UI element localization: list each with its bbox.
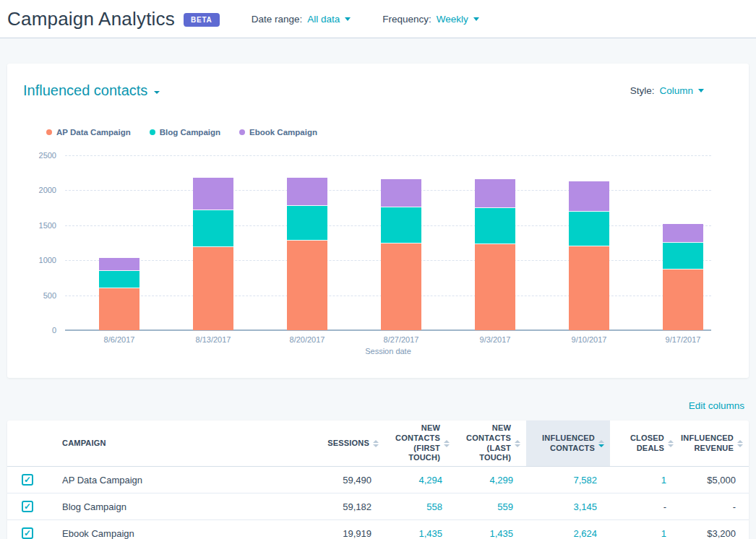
- influenced-contacts-link[interactable]: 3,145: [526, 493, 610, 520]
- date-range-value: All data: [307, 14, 340, 25]
- table-row: AP Data Campaign 59,490 4,294 4,299 7,58…: [7, 467, 749, 493]
- influenced-revenue-value: $5,000: [679, 467, 749, 493]
- new-contacts-last-touch-link[interactable]: 559: [455, 493, 526, 520]
- legend-dot-icon: [150, 129, 155, 135]
- new-contacts-first-touch-link[interactable]: 558: [385, 493, 455, 520]
- bar-segment-ap-data-campaign[interactable]: [193, 247, 233, 330]
- row-checkbox[interactable]: [22, 527, 33, 539]
- table-row: Ebook Campaign 19,919 1,435 1,435 2,624 …: [7, 520, 749, 539]
- bar-segment-ebook-campaign[interactable]: [287, 178, 327, 206]
- bar-segment-ap-data-campaign[interactable]: [287, 241, 327, 330]
- bar-segment-ebook-campaign[interactable]: [663, 224, 703, 243]
- column-label: SESSIONS: [327, 439, 369, 449]
- table-header-row: CAMPAIGN SESSIONS NEW CONTACTS (FIRST TO…: [7, 421, 749, 467]
- bar-segment-ap-data-campaign[interactable]: [475, 244, 515, 330]
- sort-icon: [515, 440, 520, 447]
- x-tick-label: 9/3/2017: [455, 335, 535, 344]
- beta-badge: BETA: [184, 13, 220, 27]
- influenced-contacts-link[interactable]: 2,624: [526, 520, 610, 539]
- chevron-down-icon: [154, 91, 160, 94]
- sessions-value: 59,182: [304, 493, 385, 520]
- style-dropdown[interactable]: Column: [659, 85, 704, 96]
- bar-segment-blog-campaign[interactable]: [193, 210, 233, 246]
- column-header-new-contacts-first-touch[interactable]: NEW CONTACTS (FIRST TOUCH): [385, 421, 455, 467]
- column-label: INFLUENCED CONTACTS: [540, 434, 595, 454]
- campaign-table: CAMPAIGN SESSIONS NEW CONTACTS (FIRST TO…: [7, 421, 749, 539]
- bar-segment-ap-data-campaign[interactable]: [99, 288, 139, 330]
- row-checkbox[interactable]: [22, 474, 33, 486]
- bar-segment-ebook-campaign[interactable]: [569, 181, 609, 212]
- row-checkbox[interactable]: [22, 501, 33, 512]
- x-tick-label: 8/27/2017: [361, 335, 441, 344]
- bar-segment-blog-campaign[interactable]: [569, 212, 609, 246]
- bar-segment-ap-data-campaign[interactable]: [381, 243, 421, 330]
- new-contacts-first-touch-link[interactable]: 4,294: [385, 467, 455, 493]
- legend-dot-icon: [239, 129, 245, 135]
- bar-segment-ebook-campaign[interactable]: [475, 179, 515, 208]
- bar-segment-blog-campaign[interactable]: [99, 271, 139, 288]
- chevron-down-icon: [698, 89, 704, 92]
- bar-segment-blog-campaign[interactable]: [663, 243, 703, 270]
- x-axis-title: Session date: [365, 347, 411, 355]
- column-label: CLOSED DEALS: [624, 434, 664, 454]
- influenced-revenue-value: $3,200: [679, 520, 749, 539]
- page-title: Campaign Analytics: [7, 8, 175, 30]
- closed-deals-link[interactable]: 1: [610, 520, 679, 539]
- header-checkbox-spacer: [7, 421, 48, 467]
- frequency-label: Frequency:: [382, 14, 431, 25]
- closed-deals-value: -: [610, 493, 679, 520]
- date-range-dropdown[interactable]: All data: [307, 14, 351, 25]
- column-header-new-contacts-last-touch[interactable]: NEW CONTACTS (LAST TOUCH): [455, 421, 526, 467]
- influenced-contacts-link[interactable]: 7,582: [526, 467, 610, 493]
- chart-card: Influenced contacts Style: Column AP Dat…: [7, 64, 749, 378]
- bar-segment-ap-data-campaign[interactable]: [663, 270, 703, 330]
- frequency-control: Frequency: Weekly: [382, 14, 479, 25]
- bar-segment-ebook-campaign[interactable]: [381, 179, 421, 207]
- y-tick-label: 2000: [23, 186, 56, 194]
- table-row: Blog Campaign 59,182 558 559 3,145 - -: [7, 493, 749, 520]
- chart-title: Influenced contacts: [23, 82, 147, 99]
- column-header-closed-deals[interactable]: CLOSED DEALS: [610, 421, 679, 467]
- y-tick-label: 1000: [23, 256, 56, 264]
- new-contacts-first-touch-link[interactable]: 1,435: [385, 520, 455, 539]
- x-tick-label: 8/20/2017: [267, 335, 347, 344]
- chart-plot: Session date 050010001500200025008/6/201…: [65, 155, 711, 330]
- sort-icon: [668, 440, 674, 447]
- legend-label: Blog Campaign: [160, 128, 220, 137]
- metric-selector-dropdown[interactable]: Influenced contacts: [23, 82, 160, 99]
- bar-segment-ap-data-campaign[interactable]: [569, 246, 609, 330]
- new-contacts-last-touch-link[interactable]: 4,299: [455, 467, 526, 493]
- campaign-table-card: CAMPAIGN SESSIONS NEW CONTACTS (FIRST TO…: [7, 421, 749, 539]
- bar-segment-ebook-campaign[interactable]: [193, 178, 233, 210]
- frequency-dropdown[interactable]: Weekly: [437, 14, 479, 25]
- style-control: Style: Column: [630, 85, 704, 96]
- y-tick-label: 1500: [23, 221, 56, 230]
- legend-item-ebook[interactable]: Ebook Campaign: [239, 128, 317, 137]
- column-label: INFLUENCED REVENUE: [681, 434, 734, 454]
- sessions-value: 59,490: [304, 467, 385, 493]
- y-tick-label: 2500: [23, 151, 56, 160]
- closed-deals-link[interactable]: 1: [610, 467, 679, 493]
- bar-segment-blog-campaign[interactable]: [381, 207, 421, 243]
- legend-item-blog[interactable]: Blog Campaign: [150, 128, 220, 137]
- sort-icon-active: [598, 440, 604, 447]
- column-label: NEW CONTACTS (FIRST TOUCH): [390, 423, 440, 463]
- gridline: [65, 155, 711, 156]
- bar-segment-blog-campaign[interactable]: [475, 208, 515, 244]
- chevron-down-icon: [345, 17, 351, 21]
- legend-item-ap-data[interactable]: AP Data Campaign: [46, 128, 131, 137]
- sort-icon: [373, 440, 379, 447]
- column-header-sessions[interactable]: SESSIONS: [304, 421, 385, 467]
- edit-columns-link[interactable]: Edit columns: [689, 400, 744, 411]
- campaign-name: Blog Campaign: [48, 493, 304, 520]
- column-header-campaign[interactable]: CAMPAIGN: [48, 421, 304, 467]
- new-contacts-last-touch-link[interactable]: 1,435: [455, 520, 526, 539]
- bar-segment-ebook-campaign[interactable]: [99, 258, 139, 271]
- style-value: Column: [659, 85, 693, 96]
- legend-label: Ebook Campaign: [249, 128, 317, 137]
- column-header-influenced-contacts[interactable]: INFLUENCED CONTACTS: [526, 421, 610, 467]
- bar-segment-blog-campaign[interactable]: [287, 206, 327, 241]
- column-label: NEW CONTACTS (LAST TOUCH): [461, 423, 511, 463]
- x-tick-label: 9/17/2017: [643, 335, 723, 344]
- column-header-influenced-revenue[interactable]: INFLUENCED REVENUE: [679, 421, 749, 467]
